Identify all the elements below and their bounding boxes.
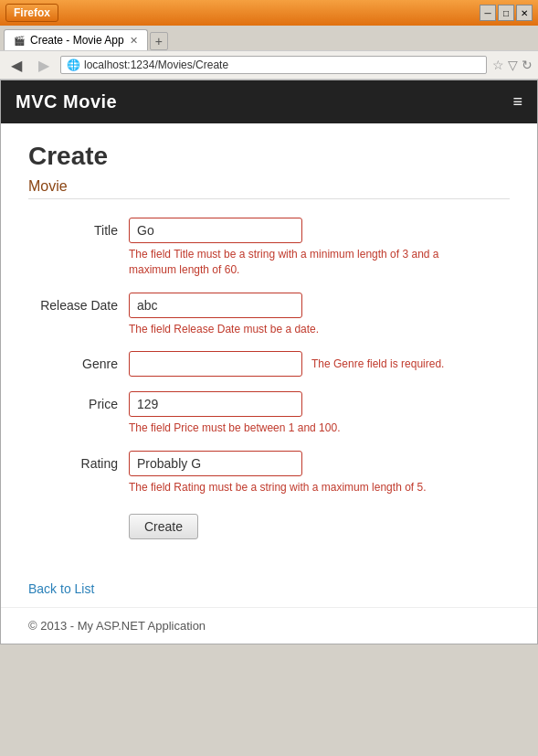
title-input[interactable]	[129, 218, 302, 243]
create-form: Title The field Title must be a string w…	[28, 218, 510, 539]
price-error: The field Price must be between 1 and 10…	[129, 421, 458, 436]
tab-icon: 🎬	[14, 36, 25, 46]
price-field-wrap: The field Price must be between 1 and 10…	[129, 391, 510, 436]
back-to-list-link[interactable]: Back to List	[28, 581, 94, 596]
app-header: MVC Movie ≡	[1, 80, 537, 123]
window-controls: ─ □ ✕	[480, 5, 533, 21]
page-content: MVC Movie ≡ Create Movie Title The field…	[0, 80, 538, 644]
tab-title: Create - Movie App	[30, 34, 124, 47]
title-bar: Firefox ─ □ ✕	[0, 0, 538, 26]
title-error: The field Title must be a string with a …	[129, 247, 458, 278]
release-date-field-wrap: The field Release Date must be a date.	[129, 293, 510, 337]
create-button[interactable]: Create	[129, 514, 198, 539]
rating-error: The field Rating must be a string with a…	[129, 480, 458, 495]
minimize-button[interactable]: ─	[480, 5, 496, 21]
release-date-row: Release Date The field Release Date must…	[28, 293, 510, 337]
genre-input[interactable]	[129, 351, 302, 377]
active-tab[interactable]: 🎬 Create - Movie App ✕	[4, 29, 148, 50]
address-text: localhost:1234/Movies/Create	[84, 59, 480, 71]
price-label: Price	[28, 391, 129, 411]
title-field-wrap: The field Title must be a string with a …	[129, 218, 510, 278]
nav-bar: ◀ ▶ 🌐 localhost:1234/Movies/Create ☆ ▽ ↻	[0, 50, 538, 80]
release-date-input[interactable]	[129, 293, 302, 318]
hamburger-icon[interactable]: ≡	[512, 92, 522, 112]
reload-icon[interactable]: ↻	[522, 58, 533, 72]
genre-field-wrap: The Genre field is required.	[129, 351, 510, 377]
app-title: MVC Movie	[16, 91, 117, 112]
back-section: Back to List	[1, 567, 537, 607]
browser-window: Firefox ─ □ ✕ 🎬 Create - Movie App ✕ + ◀…	[0, 0, 538, 644]
page-heading: Create	[28, 142, 510, 171]
maximize-button[interactable]: □	[498, 5, 514, 21]
footer: © 2013 - My ASP.NET Application	[1, 607, 537, 644]
tab-close-icon[interactable]: ✕	[130, 35, 138, 47]
rating-row: Rating The field Rating must be a string…	[28, 451, 510, 495]
new-tab-button[interactable]: +	[150, 32, 168, 50]
section-divider	[28, 198, 510, 199]
nav-actions: ☆ ▽ ↻	[492, 58, 533, 72]
genre-row: Genre The Genre field is required.	[28, 351, 510, 377]
section-label: Movie	[28, 178, 510, 195]
release-date-error: The field Release Date must be a date.	[129, 322, 458, 337]
price-row: Price The field Price must be between 1 …	[28, 391, 510, 436]
main-content: Create Movie Title The field Title must …	[1, 123, 537, 567]
forward-button[interactable]: ▶	[33, 54, 55, 76]
back-button[interactable]: ◀	[5, 54, 27, 76]
release-date-label: Release Date	[28, 293, 129, 313]
close-button[interactable]: ✕	[516, 5, 533, 21]
address-bar[interactable]: 🌐 localhost:1234/Movies/Create	[60, 56, 487, 74]
rating-input[interactable]	[129, 451, 302, 476]
rating-label: Rating	[28, 451, 129, 471]
star-icon[interactable]: ☆	[492, 58, 504, 72]
address-icon: 🌐	[67, 59, 80, 71]
footer-text: © 2013 - My ASP.NET Application	[28, 619, 206, 633]
price-input[interactable]	[129, 391, 302, 417]
genre-error: The Genre field is required.	[311, 357, 444, 372]
genre-label: Genre	[28, 351, 129, 371]
firefox-button[interactable]: Firefox	[5, 4, 58, 22]
tab-bar: 🎬 Create - Movie App ✕ +	[0, 26, 538, 50]
dropdown-icon[interactable]: ▽	[508, 58, 518, 72]
rating-field-wrap: The field Rating must be a string with a…	[129, 451, 510, 495]
title-label: Title	[28, 218, 129, 238]
button-row: Create	[28, 510, 510, 539]
title-row: Title The field Title must be a string w…	[28, 218, 510, 278]
